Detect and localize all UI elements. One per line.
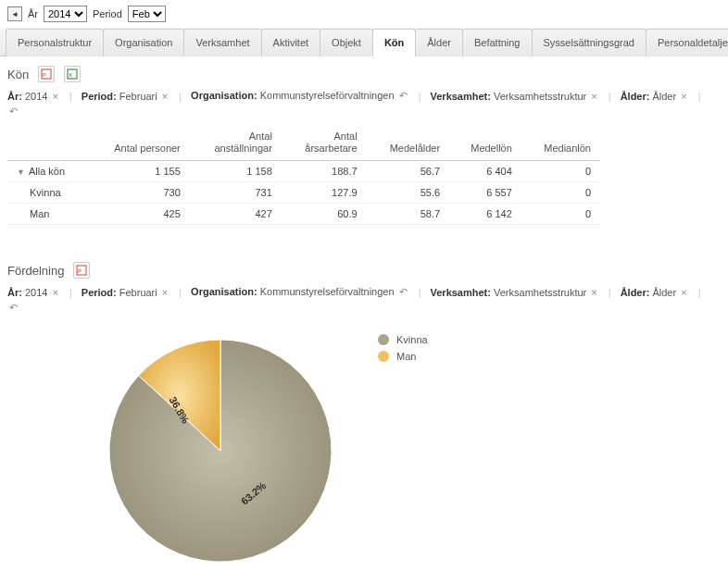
- cell: 427: [190, 204, 282, 225]
- cell: 730: [88, 182, 190, 204]
- row-label: Alla kön: [29, 166, 65, 177]
- cell: 0: [521, 182, 600, 204]
- row-collapse-icon[interactable]: ▼: [17, 168, 25, 177]
- pie-chart: 63.2% 36.8%: [100, 330, 341, 571]
- tab-verksamhet[interactable]: Verksamhet: [183, 29, 261, 56]
- col-blank: [7, 125, 88, 161]
- breadcrumb-kon: År: 2014 × | Period: Februari × | Organi…: [0, 86, 728, 125]
- crumb-alder-label: Ålder:: [621, 91, 650, 102]
- tab-organisation[interactable]: Organisation: [103, 29, 184, 56]
- cell: 425: [88, 204, 190, 225]
- crumb-period-value: Februari: [119, 91, 157, 102]
- crumb-org-back-icon[interactable]: ↶: [397, 90, 409, 101]
- table-header-row: Antal personer Antalanställningar Antalå…: [7, 125, 600, 161]
- nav-prev-button[interactable]: ◄: [7, 6, 22, 21]
- col-antal-anstallningar: Antalanställningar: [190, 125, 282, 161]
- crumb-period-label: Period:: [82, 287, 117, 298]
- kon-table: Antal personer Antalanställningar Antalå…: [7, 125, 600, 225]
- row-label: Kvinna: [30, 187, 61, 198]
- period-label: Period: [93, 8, 122, 19]
- table-row[interactable]: ▼Alla kön 1 155 1 158 188.7 56.7 6 404 0: [7, 161, 600, 182]
- crumb-sep: |: [413, 91, 427, 102]
- tab-kon[interactable]: Kön: [372, 29, 416, 56]
- tab-alder[interactable]: Ålder: [415, 29, 463, 56]
- table-row[interactable]: Kvinna 730 731 127.9 55.6 6 557 0: [7, 182, 600, 204]
- cell: 0: [521, 204, 600, 225]
- chart-area: 63.2% 36.8% Kvinna Man: [0, 321, 728, 584]
- cell: 60.9: [282, 204, 367, 225]
- crumb-verk-label: Verksamhet:: [431, 91, 491, 102]
- crumb-org-back-icon[interactable]: ↶: [397, 286, 409, 297]
- crumb-org-value: Kommunstyrelseförvaltningen: [260, 286, 395, 297]
- cell: 188.7: [282, 161, 367, 182]
- crumb-ar-remove[interactable]: ×: [51, 287, 60, 298]
- col-medianlon: Medianlön: [521, 125, 600, 161]
- crumb-org-label: Organisation:: [191, 90, 257, 101]
- period-select[interactable]: Feb: [128, 6, 166, 22]
- crumb-verk-remove[interactable]: ×: [589, 287, 598, 298]
- legend-label: Man: [396, 351, 416, 362]
- legend-item-man[interactable]: Man: [378, 351, 428, 362]
- cell: 6 142: [449, 204, 521, 225]
- crumb-sep: |: [173, 287, 187, 298]
- crumb-verk-label: Verksamhet:: [431, 287, 491, 298]
- export-pdf-icon[interactable]: P: [38, 66, 55, 82]
- crumb-sep: |: [603, 91, 617, 102]
- crumb-sep: |: [64, 287, 78, 298]
- crumb-org-label: Organisation:: [191, 286, 257, 297]
- col-medellon: Medellön: [449, 125, 521, 161]
- crumb-verk-value: Verksamhetsstruktur: [494, 91, 586, 102]
- crumb-back-icon[interactable]: ↶: [7, 106, 19, 118]
- cell: 1 158: [190, 161, 282, 182]
- crumb-verk-value: Verksamhetsstruktur: [494, 287, 586, 298]
- crumb-ar-label: År:: [7, 91, 22, 102]
- cell: 58.7: [367, 204, 450, 225]
- crumb-ar-label: År:: [7, 287, 22, 298]
- chart-legend: Kvinna Man: [378, 330, 428, 362]
- row-label: Man: [30, 208, 49, 219]
- legend-item-kvinna[interactable]: Kvinna: [378, 334, 428, 345]
- crumb-sep: |: [693, 91, 707, 102]
- export-pdf-icon[interactable]: P: [73, 262, 90, 279]
- tab-objekt[interactable]: Objekt: [320, 29, 373, 56]
- crumb-alder-label: Ålder:: [621, 287, 650, 298]
- svg-text:X: X: [69, 72, 72, 78]
- tab-befattning[interactable]: Befattning: [462, 29, 533, 56]
- crumb-alder-value: Ålder: [652, 91, 676, 102]
- cell: 0: [521, 161, 600, 182]
- svg-text:P: P: [43, 72, 46, 78]
- cell: 1 155: [88, 161, 190, 182]
- crumb-period-value: Februari: [119, 287, 157, 298]
- crumb-sep: |: [413, 287, 427, 298]
- section-fordelning-title: Fördelning: [7, 264, 64, 278]
- swatch-icon: [378, 351, 389, 362]
- year-label: År: [28, 8, 38, 19]
- crumb-verk-remove[interactable]: ×: [589, 91, 598, 102]
- table-row[interactable]: Man 425 427 60.9 58.7 6 142 0: [7, 204, 600, 225]
- tab-personaldetaljer[interactable]: Personaldetaljer: [646, 29, 728, 56]
- crumb-org-value: Kommunstyrelseförvaltningen: [260, 90, 395, 101]
- legend-label: Kvinna: [396, 334, 428, 345]
- crumb-ar-value: 2014: [25, 91, 47, 102]
- tab-personalstruktur[interactable]: Personalstruktur: [6, 29, 104, 56]
- cell: 6 557: [449, 182, 521, 204]
- crumb-alder-remove[interactable]: ×: [679, 287, 688, 298]
- crumb-period-remove[interactable]: ×: [160, 287, 169, 298]
- section-kon-header: Kön P X: [0, 56, 728, 86]
- crumb-back-icon[interactable]: ↶: [7, 302, 19, 314]
- crumb-period-remove[interactable]: ×: [160, 91, 169, 102]
- year-select[interactable]: 2014: [44, 6, 87, 22]
- col-medelalder: Medelålder: [367, 125, 450, 161]
- export-excel-icon[interactable]: X: [64, 66, 81, 82]
- svg-text:P: P: [78, 268, 82, 274]
- toolbar: ◄ År 2014 Period Feb: [0, 0, 728, 28]
- crumb-ar-remove[interactable]: ×: [51, 91, 60, 102]
- cell: 127.9: [282, 182, 367, 204]
- crumb-sep: |: [173, 91, 187, 102]
- col-antal-arsarbetare: Antalårsarbetare: [282, 125, 367, 161]
- tabstrip: Personalstruktur Organisation Verksamhet…: [0, 28, 728, 56]
- tab-sysselsattningsgrad[interactable]: Sysselsättningsgrad: [532, 29, 646, 56]
- tab-aktivitet[interactable]: Aktivitet: [261, 29, 321, 56]
- crumb-sep: |: [64, 91, 78, 102]
- crumb-alder-remove[interactable]: ×: [679, 91, 688, 102]
